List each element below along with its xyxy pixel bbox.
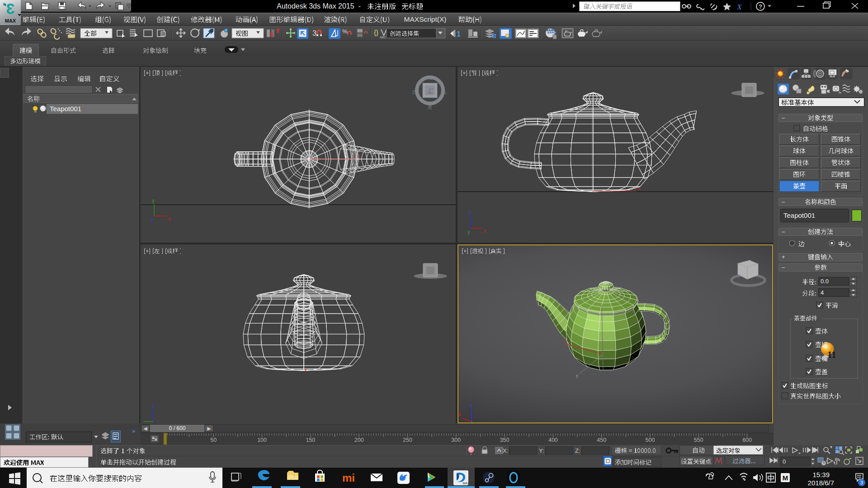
svg-text:MAX: MAX (462, 482, 470, 485)
svg-text:MAX: MAX (5, 18, 16, 23)
svg-text:2018/6/7: 2018/6/7 (808, 479, 834, 487)
svg-text:15:39: 15:39 (812, 471, 830, 479)
svg-text:M: M (783, 474, 788, 482)
svg-text:mi: mi (342, 472, 355, 484)
svg-text:3: 3 (6, 0, 15, 17)
svg-text:3: 3 (860, 480, 863, 485)
svg-text:0: 0 (783, 458, 786, 465)
